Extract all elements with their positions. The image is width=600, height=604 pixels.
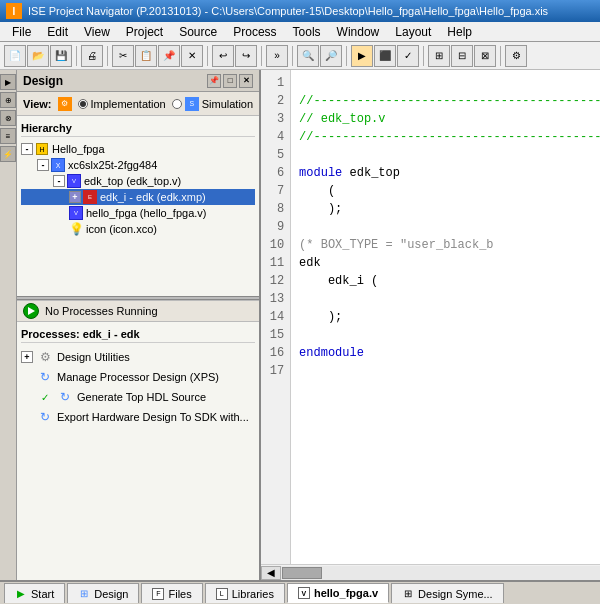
- play-triangle-icon: [28, 307, 35, 315]
- pin-btn[interactable]: 📌: [207, 74, 221, 88]
- scroll-left-btn[interactable]: ◀: [261, 566, 281, 580]
- tree-item-hello-fpga[interactable]: - H Hello_fpga: [21, 141, 255, 157]
- menu-layout[interactable]: Layout: [387, 23, 439, 41]
- tree-item-edk-top[interactable]: - V edk_top (edk_top.v): [21, 173, 255, 189]
- split-btn[interactable]: ⊠: [474, 45, 496, 67]
- tree-item-edk-i[interactable]: + E edk_i - edk (edk.xmp): [21, 189, 255, 205]
- check-btn[interactable]: ✓: [397, 45, 419, 67]
- simulation-label: Simulation: [202, 98, 253, 110]
- windows-btn[interactable]: ⊞: [428, 45, 450, 67]
- status-bar: No Processes Running: [17, 300, 259, 322]
- hierarchy-panel: Hierarchy - H Hello_fpga - X xc6slx25t-2…: [17, 116, 259, 296]
- generate-hdl-label: Generate Top HDL Source: [77, 391, 206, 403]
- export-sdk-1-label: Export Hardware Design To SDK with...: [57, 411, 249, 423]
- implementation-option[interactable]: Implementation: [78, 98, 166, 110]
- zoom-btn[interactable]: 🔎: [320, 45, 342, 67]
- design-utilities-label: Design Utilities: [57, 351, 130, 363]
- menu-window[interactable]: Window: [329, 23, 388, 41]
- process-manage-processor[interactable]: ↻ Manage Processor Design (XPS): [21, 367, 255, 387]
- expander-device[interactable]: -: [37, 159, 49, 171]
- run-process-btn[interactable]: [23, 303, 39, 319]
- undo-btn[interactable]: ↩: [212, 45, 234, 67]
- tree-item-hello-fpga-v[interactable]: V hello_fpga (hello_fpga.v): [21, 205, 255, 221]
- expander-utils[interactable]: +: [21, 351, 33, 363]
- settings-btn[interactable]: ⚙: [505, 45, 527, 67]
- open-btn[interactable]: 📂: [27, 45, 49, 67]
- menu-project[interactable]: Project: [118, 23, 171, 41]
- new-btn[interactable]: 📄: [4, 45, 26, 67]
- run-btn[interactable]: ▶: [351, 45, 373, 67]
- menu-file[interactable]: File: [4, 23, 39, 41]
- menu-help[interactable]: Help: [439, 23, 480, 41]
- simulation-radio[interactable]: [172, 99, 182, 109]
- tab-design-sym[interactable]: ⊞ Design Syme...: [391, 583, 504, 603]
- view-label: View:: [23, 98, 52, 110]
- expander-hello-fpga[interactable]: -: [21, 143, 33, 155]
- tab-libraries[interactable]: L Libraries: [205, 583, 285, 603]
- tab-design[interactable]: ⊞ Design: [67, 583, 139, 603]
- menu-process[interactable]: Process: [225, 23, 284, 41]
- refresh-icon-1: ↻: [37, 369, 53, 385]
- redo-btn[interactable]: ↪: [235, 45, 257, 67]
- sidebar-icon-3[interactable]: ⊗: [0, 110, 16, 126]
- processes-panel: Processes: edk_i - edk + ⚙ Design Utilit…: [17, 322, 259, 432]
- sidebar-icon-2[interactable]: ⊕: [0, 92, 16, 108]
- sidebar-icon-1[interactable]: ▶: [0, 74, 16, 90]
- tree-item-device[interactable]: - X xc6slx25t-2fgg484: [21, 157, 255, 173]
- design-panel-title: Design: [23, 74, 63, 88]
- h-scroll-thumb[interactable]: [282, 567, 322, 579]
- code-content[interactable]: //--------------------------------------…: [291, 70, 600, 564]
- close-panel-btn[interactable]: ✕: [239, 74, 253, 88]
- copy-btn[interactable]: 📋: [135, 45, 157, 67]
- h-scroll-track[interactable]: [281, 566, 600, 580]
- edk-top-label: edk_top (edk_top.v): [84, 175, 181, 187]
- sep1: [76, 46, 77, 66]
- process-generate-hdl[interactable]: ✓ ↻ Generate Top HDL Source: [21, 387, 255, 407]
- tree-item-icon-xco[interactable]: 💡 icon (icon.xco): [21, 221, 255, 237]
- edk-i-label: edk_i - edk (edk.xmp): [100, 191, 206, 203]
- code-editor[interactable]: 1 2 3 4 5 6 7 8 9 10 11 12 13 14 15 16 1…: [261, 70, 600, 564]
- tab-start[interactable]: ▶ Start: [4, 583, 65, 603]
- tile-btn[interactable]: ⊟: [451, 45, 473, 67]
- simulation-option[interactable]: S Simulation: [172, 97, 253, 111]
- h-scrollbar[interactable]: ◀ ▶: [261, 564, 600, 580]
- implementation-icon: ⚙: [58, 97, 72, 111]
- expander-edk-top[interactable]: -: [53, 175, 65, 187]
- tab-hello-fpga[interactable]: V hello_fpga.v: [287, 583, 389, 603]
- stop-btn[interactable]: ⬛: [374, 45, 396, 67]
- more-btn[interactable]: »: [266, 45, 288, 67]
- process-export-sdk-2[interactable]: ↻ Export Hardware Design To SDK with...: [21, 427, 255, 432]
- lightbulb-icon: 💡: [69, 222, 83, 236]
- refresh-icon-2: ↻: [57, 389, 73, 405]
- files-tab-icon: F: [152, 588, 164, 600]
- code-panel: 1 2 3 4 5 6 7 8 9 10 11 12 13 14 15 16 1…: [261, 70, 600, 580]
- export-sdk-2-label: Export Hardware Design To SDK with...: [57, 431, 249, 432]
- paste-btn[interactable]: 📌: [158, 45, 180, 67]
- process-design-utilities[interactable]: + ⚙ Design Utilities: [21, 347, 255, 367]
- menu-source[interactable]: Source: [171, 23, 225, 41]
- print-btn[interactable]: 🖨: [81, 45, 103, 67]
- tab-files[interactable]: F Files: [141, 583, 202, 603]
- implementation-radio[interactable]: [78, 99, 88, 109]
- sidebar-icon-4[interactable]: ≡: [0, 128, 16, 144]
- menu-edit[interactable]: Edit: [39, 23, 76, 41]
- status-text: No Processes Running: [45, 305, 158, 317]
- save-btn[interactable]: 💾: [50, 45, 72, 67]
- find-btn[interactable]: 🔍: [297, 45, 319, 67]
- cut-btn[interactable]: ✂: [112, 45, 134, 67]
- hello-fpga-label: Hello_fpga: [52, 143, 105, 155]
- title-text: ISE Project Navigator (P.20131013) - C:\…: [28, 5, 548, 17]
- menu-view[interactable]: View: [76, 23, 118, 41]
- menu-tools[interactable]: Tools: [285, 23, 329, 41]
- restore-btn[interactable]: □: [223, 74, 237, 88]
- tab-design-sym-label: Design Syme...: [418, 588, 493, 600]
- del-btn[interactable]: ✕: [181, 45, 203, 67]
- process-export-sdk-1[interactable]: ↻ Export Hardware Design To SDK with...: [21, 407, 255, 427]
- icon-xco-label: icon (icon.xco): [86, 223, 157, 235]
- app-icon: I: [6, 3, 22, 19]
- sidebar-icon-5[interactable]: ⚡: [0, 146, 16, 162]
- left-sidebar: ▶ ⊕ ⊗ ≡ ⚡: [0, 70, 17, 580]
- title-bar: I ISE Project Navigator (P.20131013) - C…: [0, 0, 600, 22]
- device-label: xc6slx25t-2fgg484: [68, 159, 157, 171]
- expander-edk-i[interactable]: +: [69, 191, 81, 203]
